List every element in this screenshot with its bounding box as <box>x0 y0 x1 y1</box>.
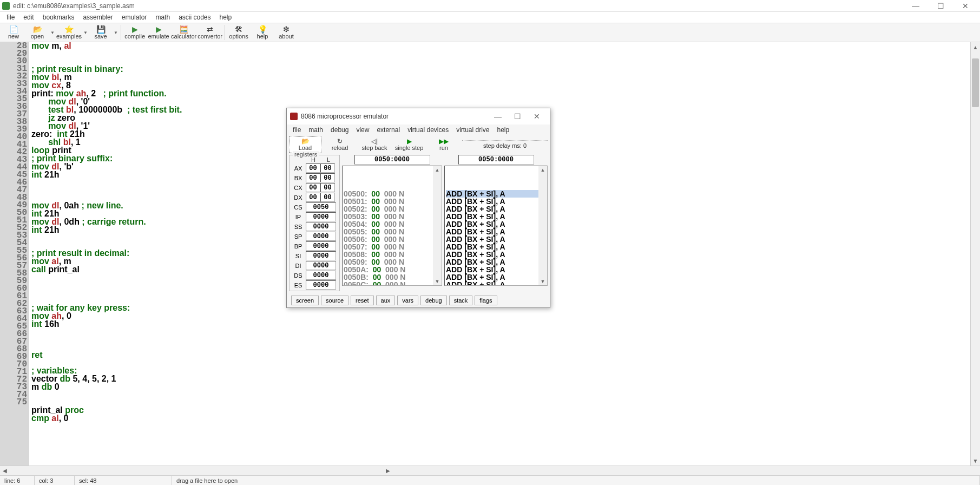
memory-row[interactable]: 00507: 00 000 N <box>344 243 440 251</box>
run-button[interactable]: ▶▶run <box>427 136 460 153</box>
reg-AX-h[interactable] <box>306 163 320 173</box>
memory-row[interactable]: 00509: 00 000 N <box>344 258 440 266</box>
reg-DS-val[interactable] <box>306 271 336 280</box>
disassembly-row[interactable]: ADD [BX + SI], A <box>446 198 546 205</box>
reg-CS-val[interactable] <box>306 202 336 212</box>
memory-row[interactable]: 0050A: 00 000 N <box>344 266 440 273</box>
h-track[interactable] <box>10 466 383 475</box>
reg-DI-val[interactable] <box>306 261 336 270</box>
emulator-titlebar[interactable]: 8086 microprocessor emulator — ☐ ✕ <box>287 108 550 124</box>
memory-row[interactable]: 0050C: 00 000 N <box>344 281 440 286</box>
menu-emulator[interactable]: emulator <box>117 12 152 22</box>
reload-button[interactable]: ↻reload <box>324 136 356 153</box>
reg-AX-l[interactable] <box>320 163 335 173</box>
disassembly-row[interactable]: ADD [BX + SI], A <box>446 273 546 281</box>
emulator-maximize-button[interactable]: ☐ <box>508 110 527 123</box>
reg-SS-val[interactable] <box>306 222 336 231</box>
scroll-down-icon[interactable]: ▼ <box>971 456 980 466</box>
scroll-left-icon[interactable]: ◀ <box>0 466 10 475</box>
examples-button[interactable]: ⭐examples <box>56 23 82 42</box>
stepback-button[interactable]: ◁|step back <box>358 136 391 153</box>
mem-scroll-down-icon[interactable]: ▼ <box>433 278 442 285</box>
disassembly-row[interactable]: ADD [BX + SI], A <box>446 205 546 213</box>
disassembly-address-input[interactable] <box>458 155 534 165</box>
memory-row[interactable]: 00508: 00 000 N <box>344 251 440 258</box>
convertor-button[interactable]: ⇄convertor <box>198 23 222 42</box>
memory-row[interactable]: 00506: 00 000 N <box>344 235 440 243</box>
emu-menu-view[interactable]: view <box>352 125 373 135</box>
reg-ES-val[interactable] <box>306 280 336 290</box>
about-button[interactable]: ❇about <box>275 23 298 42</box>
emu-menu-help[interactable]: help <box>494 125 514 135</box>
emulate-button[interactable]: ▶emulate <box>147 23 170 42</box>
menu-help[interactable]: help <box>215 12 236 22</box>
emulator-close-button[interactable]: ✕ <box>527 110 547 123</box>
memory-row[interactable]: 00502: 00 000 N <box>344 205 440 213</box>
help-button[interactable]: 💡help <box>251 23 274 42</box>
reg-DX-l[interactable] <box>320 193 335 202</box>
memory-row[interactable]: 00504: 00 000 N <box>344 220 440 228</box>
menu-file[interactable]: file <box>2 12 19 22</box>
memory-row[interactable]: 00500: 00 000 N <box>344 190 440 198</box>
reg-IP-val[interactable] <box>306 212 336 221</box>
horizontal-scrollbar[interactable]: ◀ ▶ <box>0 466 980 475</box>
step-delay[interactable]: step delay ms: 0 <box>462 140 548 149</box>
disassembly-row[interactable]: ADD [BX + SI], A <box>446 251 546 258</box>
reg-SP-val[interactable] <box>306 232 336 241</box>
disassembly-row[interactable]: ADD [BX + SI], A <box>446 228 546 235</box>
reg-DX-h[interactable] <box>306 193 320 202</box>
emu-aux-button[interactable]: aux <box>376 296 396 305</box>
examples-button-dropdown[interactable]: ▼ <box>83 23 88 42</box>
emu-reset-button[interactable]: reset <box>351 296 373 305</box>
menu-edit[interactable]: edit <box>19 12 38 22</box>
menu-assembler[interactable]: assembler <box>78 12 117 22</box>
memory-row[interactable]: 00501: 00 000 N <box>344 198 440 205</box>
reg-BP-val[interactable] <box>306 241 336 251</box>
vertical-scrollbar[interactable]: ▲ ▼ <box>970 42 980 466</box>
new-button[interactable]: 📄new <box>2 23 25 42</box>
minimize-button[interactable]: — <box>903 0 928 12</box>
memory-list[interactable]: ▲▼ 00500: 00 000 N00501: 00 000 N00502: … <box>342 166 442 286</box>
disassembly-row[interactable]: ADD [BX + SI], A <box>446 258 546 266</box>
singlestep-button[interactable]: ▶single step <box>393 136 425 153</box>
emu-source-button[interactable]: source <box>321 296 348 305</box>
dis-scroll-down-icon[interactable]: ▼ <box>538 278 547 285</box>
close-button[interactable]: ✕ <box>953 0 978 12</box>
disassembly-row[interactable]: ADD [BX + SI], A <box>446 281 546 286</box>
emu-vars-button[interactable]: vars <box>397 296 418 305</box>
emu-menu-virtual-devices[interactable]: virtual devices <box>404 125 452 135</box>
calculator-button[interactable]: 🧮calculator <box>171 23 196 42</box>
compile-button[interactable]: ▶compile <box>123 23 146 42</box>
reg-SI-val[interactable] <box>306 251 336 260</box>
emu-menu-debug[interactable]: debug <box>327 125 352 135</box>
disassembly-row[interactable]: ADD [BX + SI], A <box>446 243 546 251</box>
options-button[interactable]: 🛠options <box>227 23 250 42</box>
maximize-button[interactable]: ☐ <box>928 0 953 12</box>
save-button-dropdown[interactable]: ▼ <box>113 23 119 42</box>
scroll-up-icon[interactable]: ▲ <box>971 42 980 52</box>
reg-BX-l[interactable] <box>320 173 335 182</box>
scroll-right-icon[interactable]: ▶ <box>383 466 393 475</box>
memory-address-input[interactable] <box>354 155 430 165</box>
memory-row[interactable]: 00503: 00 000 N <box>344 213 440 220</box>
disassembly-row[interactable]: ADD [BX + SI], A <box>446 220 546 228</box>
emulator-window[interactable]: 8086 microprocessor emulator — ☐ ✕ filem… <box>286 108 550 308</box>
disassembly-list[interactable]: ▲▼ ADD [BX + SI], AADD [BX + SI], AADD [… <box>444 166 548 286</box>
emulator-minimize-button[interactable]: — <box>488 110 508 123</box>
emu-menu-external[interactable]: external <box>373 125 404 135</box>
emu-flags-button[interactable]: flags <box>475 296 497 305</box>
disassembly-row[interactable]: ADD [BX + SI], A <box>446 235 546 243</box>
dis-scroll-up-icon[interactable]: ▲ <box>538 166 547 174</box>
emu-menu-file[interactable]: file <box>289 125 305 135</box>
menu-ascii-codes[interactable]: ascii codes <box>174 12 215 22</box>
memory-row[interactable]: 00505: 00 000 N <box>344 228 440 235</box>
disassembly-row[interactable]: ADD [BX + SI], A <box>446 190 546 198</box>
emu-debug-button[interactable]: debug <box>420 296 447 305</box>
menu-bookmarks[interactable]: bookmarks <box>38 12 79 22</box>
open-button[interactable]: 📂open <box>26 23 49 42</box>
emu-stack-button[interactable]: stack <box>449 296 473 305</box>
emu-menu-virtual-drive[interactable]: virtual drive <box>452 125 493 135</box>
emu-screen-button[interactable]: screen <box>291 296 319 305</box>
memory-row[interactable]: 0050B: 00 000 N <box>344 273 440 281</box>
emu-menu-math[interactable]: math <box>305 125 327 135</box>
